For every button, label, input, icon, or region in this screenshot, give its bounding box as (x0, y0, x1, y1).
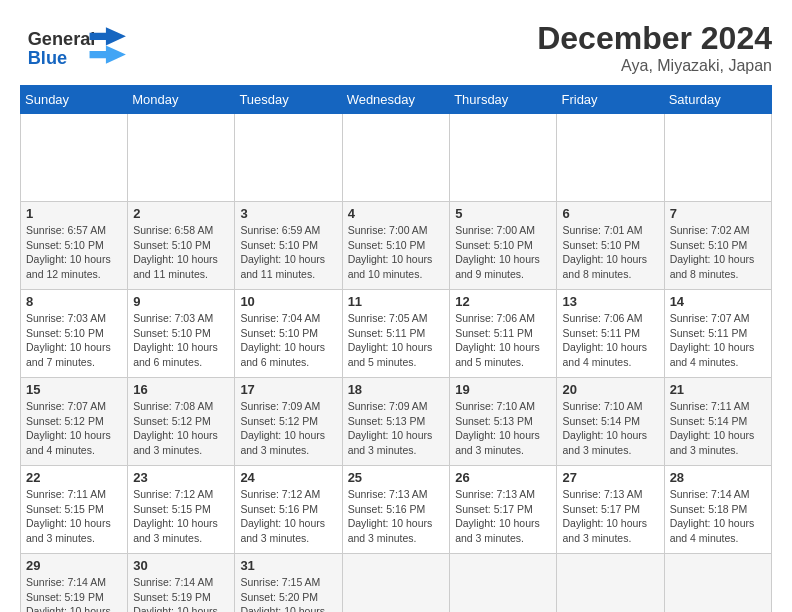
day-number: 28 (670, 470, 766, 485)
sunrise-label: Sunrise: 7:00 AM (455, 224, 535, 236)
day-number: 13 (562, 294, 658, 309)
day-info: Sunrise: 7:01 AM Sunset: 5:10 PM Dayligh… (562, 223, 658, 282)
day-info: Sunrise: 7:12 AM Sunset: 5:15 PM Dayligh… (133, 487, 229, 546)
sunset-label: Sunset: 5:20 PM (240, 591, 318, 603)
calendar-cell: 1 Sunrise: 6:57 AM Sunset: 5:10 PM Dayli… (21, 202, 128, 290)
sunset-label: Sunset: 5:19 PM (133, 591, 211, 603)
daylight-label: Daylight: 10 hours and 10 minutes. (348, 253, 433, 280)
logo-svg: General Blue (20, 20, 150, 70)
calendar-cell: 15 Sunrise: 7:07 AM Sunset: 5:12 PM Dayl… (21, 378, 128, 466)
sunset-label: Sunset: 5:14 PM (670, 415, 748, 427)
calendar-cell: 10 Sunrise: 7:04 AM Sunset: 5:10 PM Dayl… (235, 290, 342, 378)
day-number: 27 (562, 470, 658, 485)
calendar-cell: 4 Sunrise: 7:00 AM Sunset: 5:10 PM Dayli… (342, 202, 450, 290)
sunset-label: Sunset: 5:10 PM (240, 327, 318, 339)
day-number: 3 (240, 206, 336, 221)
day-number: 2 (133, 206, 229, 221)
daylight-label: Daylight: 10 hours and 7 minutes. (26, 341, 111, 368)
sunset-label: Sunset: 5:14 PM (562, 415, 640, 427)
day-info: Sunrise: 7:13 AM Sunset: 5:16 PM Dayligh… (348, 487, 445, 546)
sunrise-label: Sunrise: 6:57 AM (26, 224, 106, 236)
sunrise-label: Sunrise: 7:09 AM (348, 400, 428, 412)
daylight-label: Daylight: 10 hours and 3 minutes. (240, 429, 325, 456)
daylight-label: Daylight: 10 hours and 5 minutes. (348, 341, 433, 368)
daylight-label: Daylight: 10 hours and 3 minutes. (562, 429, 647, 456)
calendar-cell (21, 114, 128, 202)
calendar-cell (342, 554, 450, 613)
sunrise-label: Sunrise: 7:14 AM (133, 576, 213, 588)
col-monday: Monday (128, 86, 235, 114)
sunrise-label: Sunrise: 7:14 AM (670, 488, 750, 500)
calendar-cell: 9 Sunrise: 7:03 AM Sunset: 5:10 PM Dayli… (128, 290, 235, 378)
calendar-table: Sunday Monday Tuesday Wednesday Thursday… (20, 85, 772, 612)
day-info: Sunrise: 7:11 AM Sunset: 5:14 PM Dayligh… (670, 399, 766, 458)
calendar-cell: 23 Sunrise: 7:12 AM Sunset: 5:15 PM Dayl… (128, 466, 235, 554)
day-number: 4 (348, 206, 445, 221)
daylight-label: Daylight: 10 hours and 11 minutes. (133, 253, 218, 280)
daylight-label: Daylight: 10 hours and 3 minutes. (670, 429, 755, 456)
sunset-label: Sunset: 5:10 PM (240, 239, 318, 251)
sunset-label: Sunset: 5:17 PM (455, 503, 533, 515)
sunrise-label: Sunrise: 7:09 AM (240, 400, 320, 412)
logo: General Blue (20, 20, 150, 70)
day-info: Sunrise: 7:11 AM Sunset: 5:15 PM Dayligh… (26, 487, 122, 546)
sunrise-label: Sunrise: 7:12 AM (133, 488, 213, 500)
calendar-cell (664, 114, 771, 202)
col-friday: Friday (557, 86, 664, 114)
daylight-label: Daylight: 10 hours and 4 minutes. (670, 341, 755, 368)
sunset-label: Sunset: 5:16 PM (348, 503, 426, 515)
sunset-label: Sunset: 5:15 PM (133, 503, 211, 515)
day-info: Sunrise: 7:07 AM Sunset: 5:11 PM Dayligh… (670, 311, 766, 370)
calendar-cell (235, 114, 342, 202)
sunset-label: Sunset: 5:10 PM (133, 327, 211, 339)
calendar-cell: 6 Sunrise: 7:01 AM Sunset: 5:10 PM Dayli… (557, 202, 664, 290)
calendar-cell: 20 Sunrise: 7:10 AM Sunset: 5:14 PM Dayl… (557, 378, 664, 466)
calendar-cell: 13 Sunrise: 7:06 AM Sunset: 5:11 PM Dayl… (557, 290, 664, 378)
day-number: 20 (562, 382, 658, 397)
day-number: 8 (26, 294, 122, 309)
sunrise-label: Sunrise: 6:59 AM (240, 224, 320, 236)
sunrise-label: Sunrise: 7:08 AM (133, 400, 213, 412)
calendar-cell: 19 Sunrise: 7:10 AM Sunset: 5:13 PM Dayl… (450, 378, 557, 466)
day-info: Sunrise: 7:13 AM Sunset: 5:17 PM Dayligh… (455, 487, 551, 546)
day-number: 22 (26, 470, 122, 485)
daylight-label: Daylight: 10 hours and 3 minutes. (26, 517, 111, 544)
day-info: Sunrise: 6:58 AM Sunset: 5:10 PM Dayligh… (133, 223, 229, 282)
col-tuesday: Tuesday (235, 86, 342, 114)
daylight-label: Daylight: 10 hours and 3 minutes. (455, 429, 540, 456)
day-number: 31 (240, 558, 336, 573)
sunset-label: Sunset: 5:10 PM (670, 239, 748, 251)
svg-text:General: General (28, 29, 96, 49)
day-number: 14 (670, 294, 766, 309)
daylight-label: Daylight: 10 hours and 4 minutes. (133, 605, 218, 612)
sunrise-label: Sunrise: 7:03 AM (133, 312, 213, 324)
sunrise-label: Sunrise: 7:06 AM (455, 312, 535, 324)
sunrise-label: Sunrise: 7:00 AM (348, 224, 428, 236)
page-header: General Blue December 2024 Aya, Miyazaki… (20, 20, 772, 75)
day-info: Sunrise: 7:02 AM Sunset: 5:10 PM Dayligh… (670, 223, 766, 282)
sunrise-label: Sunrise: 7:03 AM (26, 312, 106, 324)
sunset-label: Sunset: 5:11 PM (670, 327, 748, 339)
calendar-cell: 11 Sunrise: 7:05 AM Sunset: 5:11 PM Dayl… (342, 290, 450, 378)
sunrise-label: Sunrise: 6:58 AM (133, 224, 213, 236)
week-row-2: 8 Sunrise: 7:03 AM Sunset: 5:10 PM Dayli… (21, 290, 772, 378)
sunset-label: Sunset: 5:11 PM (562, 327, 640, 339)
sunset-label: Sunset: 5:19 PM (26, 591, 104, 603)
week-row-1: 1 Sunrise: 6:57 AM Sunset: 5:10 PM Dayli… (21, 202, 772, 290)
daylight-label: Daylight: 10 hours and 3 minutes. (562, 517, 647, 544)
calendar-cell: 25 Sunrise: 7:13 AM Sunset: 5:16 PM Dayl… (342, 466, 450, 554)
sunset-label: Sunset: 5:13 PM (348, 415, 426, 427)
daylight-label: Daylight: 10 hours and 9 minutes. (455, 253, 540, 280)
day-info: Sunrise: 6:59 AM Sunset: 5:10 PM Dayligh… (240, 223, 336, 282)
daylight-label: Daylight: 10 hours and 3 minutes. (240, 517, 325, 544)
sunset-label: Sunset: 5:12 PM (240, 415, 318, 427)
day-info: Sunrise: 7:03 AM Sunset: 5:10 PM Dayligh… (133, 311, 229, 370)
day-number: 24 (240, 470, 336, 485)
day-number: 29 (26, 558, 122, 573)
calendar-cell: 12 Sunrise: 7:06 AM Sunset: 5:11 PM Dayl… (450, 290, 557, 378)
week-row-3: 15 Sunrise: 7:07 AM Sunset: 5:12 PM Dayl… (21, 378, 772, 466)
sunrise-label: Sunrise: 7:14 AM (26, 576, 106, 588)
sunrise-label: Sunrise: 7:04 AM (240, 312, 320, 324)
sunrise-label: Sunrise: 7:11 AM (670, 400, 750, 412)
sunrise-label: Sunrise: 7:13 AM (455, 488, 535, 500)
